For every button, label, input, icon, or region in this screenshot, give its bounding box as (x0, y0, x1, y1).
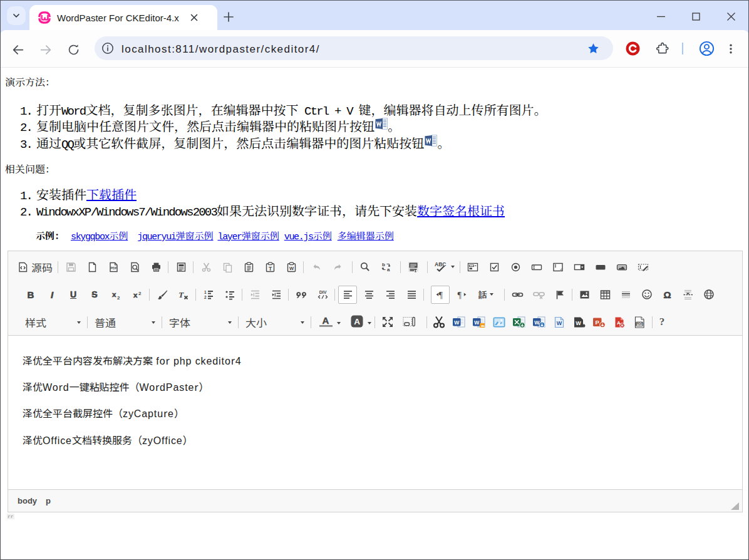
svg-text:W: W (557, 320, 562, 326)
svg-text:PDF: PDF (110, 266, 117, 270)
svg-text:x: x (133, 291, 138, 299)
svg-text:W: W (454, 319, 460, 325)
svg-text:W: W (474, 319, 480, 325)
svg-text:x: x (112, 291, 116, 298)
svg-text:A: A (354, 317, 360, 326)
svg-text:¶: ¶ (438, 290, 443, 299)
svg-text:DIV: DIV (319, 290, 326, 294)
svg-text:¶: ¶ (457, 290, 462, 299)
svg-text:W: W (289, 266, 294, 271)
svg-text:a: a (387, 267, 390, 272)
svg-text:W: W (576, 319, 581, 326)
svg-text:2: 2 (117, 294, 120, 300)
svg-text:b: b (382, 262, 385, 267)
svg-text:1: 1 (204, 290, 207, 294)
svg-text:2: 2 (204, 295, 207, 299)
svg-text:2: 2 (138, 290, 142, 296)
svg-text:T: T (178, 290, 184, 299)
svg-text:T: T (268, 265, 272, 271)
svg-text:A: A (323, 315, 329, 326)
svg-text:P: P (596, 318, 600, 325)
svg-text:PDF: PDF (636, 322, 643, 326)
